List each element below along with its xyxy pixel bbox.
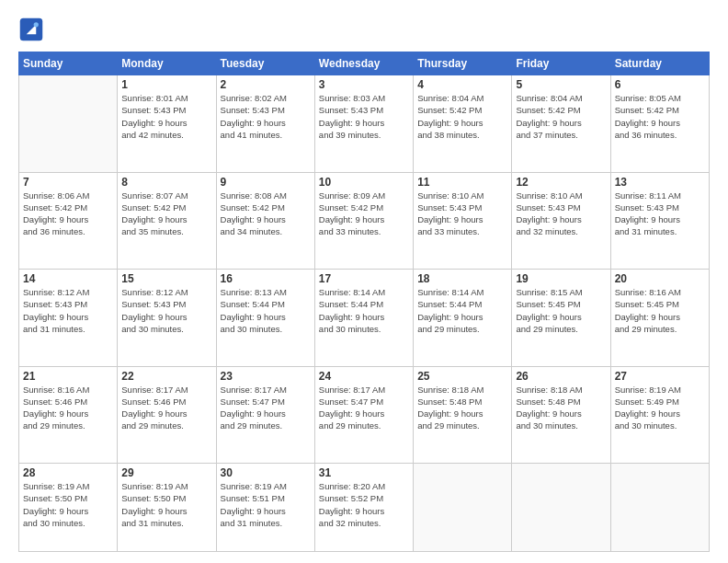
calendar-cell: 29Sunrise: 8:19 AMSunset: 5:50 PMDayligh…: [118, 464, 216, 552]
page-header: [18, 17, 710, 42]
calendar-cell: 20Sunrise: 8:16 AMSunset: 5:45 PMDayligh…: [610, 270, 709, 367]
day-number: 7: [23, 176, 113, 189]
calendar-cell: 6Sunrise: 8:05 AMSunset: 5:42 PMDaylight…: [610, 75, 709, 173]
day-number: 1: [121, 78, 211, 91]
day-info: Sunrise: 8:19 AMSunset: 5:50 PMDaylight:…: [121, 480, 211, 529]
day-number: 24: [319, 370, 409, 383]
day-info: Sunrise: 8:20 AMSunset: 5:52 PMDaylight:…: [319, 480, 409, 529]
day-info: Sunrise: 8:01 AMSunset: 5:43 PMDaylight:…: [121, 92, 211, 141]
day-number: 6: [615, 78, 705, 91]
day-number: 8: [121, 176, 211, 189]
calendar-cell: 5Sunrise: 8:04 AMSunset: 5:42 PMDaylight…: [512, 75, 610, 173]
calendar-cell: 3Sunrise: 8:03 AMSunset: 5:43 PMDaylight…: [314, 75, 413, 173]
day-number: 4: [417, 78, 507, 91]
day-number: 13: [615, 176, 705, 189]
day-number: 26: [516, 370, 606, 383]
day-info: Sunrise: 8:17 AMSunset: 5:47 PMDaylight:…: [319, 384, 409, 432]
calendar-cell: 11Sunrise: 8:10 AMSunset: 5:43 PMDayligh…: [414, 172, 512, 270]
day-info: Sunrise: 8:12 AMSunset: 5:43 PMDaylight:…: [121, 286, 211, 335]
calendar-cell: [512, 464, 610, 552]
day-number: 23: [221, 370, 311, 383]
day-info: Sunrise: 8:04 AMSunset: 5:42 PMDaylight:…: [516, 92, 606, 141]
calendar-cell: 17Sunrise: 8:14 AMSunset: 5:44 PMDayligh…: [314, 270, 413, 367]
day-info: Sunrise: 8:19 AMSunset: 5:49 PMDaylight:…: [615, 384, 705, 432]
day-info: Sunrise: 8:17 AMSunset: 5:47 PMDaylight:…: [221, 384, 311, 432]
day-number: 10: [319, 176, 409, 189]
calendar-cell: 18Sunrise: 8:14 AMSunset: 5:44 PMDayligh…: [414, 270, 512, 367]
calendar-cell: 7Sunrise: 8:06 AMSunset: 5:42 PMDaylight…: [19, 172, 118, 270]
day-number: 15: [121, 272, 211, 285]
logo-icon: [18, 17, 44, 42]
calendar-cell: 22Sunrise: 8:17 AMSunset: 5:46 PMDayligh…: [118, 366, 216, 464]
day-number: 2: [221, 78, 311, 91]
day-info: Sunrise: 8:09 AMSunset: 5:42 PMDaylight:…: [319, 190, 409, 238]
day-number: 9: [221, 176, 311, 189]
day-header-monday: Monday: [118, 52, 216, 75]
day-info: Sunrise: 8:16 AMSunset: 5:45 PMDaylight:…: [615, 286, 705, 335]
day-info: Sunrise: 8:13 AMSunset: 5:44 PMDaylight:…: [221, 286, 311, 335]
calendar-cell: 31Sunrise: 8:20 AMSunset: 5:52 PMDayligh…: [314, 464, 413, 552]
day-info: Sunrise: 8:19 AMSunset: 5:50 PMDaylight:…: [23, 480, 113, 529]
calendar-cell: 23Sunrise: 8:17 AMSunset: 5:47 PMDayligh…: [216, 366, 314, 464]
day-info: Sunrise: 8:06 AMSunset: 5:42 PMDaylight:…: [23, 190, 113, 238]
calendar-table: SundayMondayTuesdayWednesdayThursdayFrid…: [18, 52, 710, 552]
day-number: 27: [615, 370, 705, 383]
svg-point-2: [34, 22, 39, 27]
calendar-cell: 2Sunrise: 8:02 AMSunset: 5:43 PMDaylight…: [216, 75, 314, 173]
day-number: 17: [319, 272, 409, 285]
day-header-saturday: Saturday: [610, 52, 709, 75]
calendar-cell: [19, 75, 118, 173]
day-number: 5: [516, 78, 606, 91]
day-header-sunday: Sunday: [19, 52, 118, 75]
day-number: 14: [23, 272, 113, 285]
day-number: 29: [121, 466, 211, 479]
day-info: Sunrise: 8:11 AMSunset: 5:43 PMDaylight:…: [615, 190, 705, 238]
day-info: Sunrise: 8:12 AMSunset: 5:43 PMDaylight:…: [23, 286, 113, 335]
calendar-cell: 26Sunrise: 8:18 AMSunset: 5:48 PMDayligh…: [512, 366, 610, 464]
day-header-wednesday: Wednesday: [314, 52, 413, 75]
day-info: Sunrise: 8:18 AMSunset: 5:48 PMDaylight:…: [417, 384, 507, 432]
calendar-cell: 27Sunrise: 8:19 AMSunset: 5:49 PMDayligh…: [610, 366, 709, 464]
day-number: 16: [221, 272, 311, 285]
day-info: Sunrise: 8:07 AMSunset: 5:42 PMDaylight:…: [121, 190, 211, 238]
calendar-cell: 30Sunrise: 8:19 AMSunset: 5:51 PMDayligh…: [216, 464, 314, 552]
day-info: Sunrise: 8:18 AMSunset: 5:48 PMDaylight:…: [516, 384, 606, 432]
calendar-cell: 9Sunrise: 8:08 AMSunset: 5:42 PMDaylight…: [216, 172, 314, 270]
day-info: Sunrise: 8:10 AMSunset: 5:43 PMDaylight:…: [516, 190, 606, 238]
day-header-thursday: Thursday: [414, 52, 512, 75]
calendar-cell: [610, 464, 709, 552]
calendar-cell: 10Sunrise: 8:09 AMSunset: 5:42 PMDayligh…: [314, 172, 413, 270]
day-number: 21: [23, 370, 113, 383]
calendar-cell: 19Sunrise: 8:15 AMSunset: 5:45 PMDayligh…: [512, 270, 610, 367]
day-info: Sunrise: 8:14 AMSunset: 5:44 PMDaylight:…: [319, 286, 409, 335]
day-info: Sunrise: 8:04 AMSunset: 5:42 PMDaylight:…: [417, 92, 507, 141]
calendar-cell: 8Sunrise: 8:07 AMSunset: 5:42 PMDaylight…: [118, 172, 216, 270]
calendar-cell: 1Sunrise: 8:01 AMSunset: 5:43 PMDaylight…: [118, 75, 216, 173]
day-info: Sunrise: 8:16 AMSunset: 5:46 PMDaylight:…: [23, 384, 113, 432]
day-header-tuesday: Tuesday: [216, 52, 314, 75]
calendar-cell: 13Sunrise: 8:11 AMSunset: 5:43 PMDayligh…: [610, 172, 709, 270]
calendar-cell: [414, 464, 512, 552]
day-number: 19: [516, 272, 606, 285]
calendar-cell: 4Sunrise: 8:04 AMSunset: 5:42 PMDaylight…: [414, 75, 512, 173]
logo: [18, 17, 48, 42]
day-number: 30: [221, 466, 311, 479]
calendar-cell: 12Sunrise: 8:10 AMSunset: 5:43 PMDayligh…: [512, 172, 610, 270]
day-number: 22: [121, 370, 211, 383]
day-number: 11: [417, 176, 507, 189]
day-info: Sunrise: 8:14 AMSunset: 5:44 PMDaylight:…: [417, 286, 507, 335]
day-info: Sunrise: 8:03 AMSunset: 5:43 PMDaylight:…: [319, 92, 409, 141]
day-number: 18: [417, 272, 507, 285]
day-info: Sunrise: 8:05 AMSunset: 5:42 PMDaylight:…: [615, 92, 705, 141]
day-info: Sunrise: 8:17 AMSunset: 5:46 PMDaylight:…: [121, 384, 211, 432]
day-number: 31: [319, 466, 409, 479]
day-info: Sunrise: 8:02 AMSunset: 5:43 PMDaylight:…: [221, 92, 311, 141]
day-number: 12: [516, 176, 606, 189]
calendar-cell: 24Sunrise: 8:17 AMSunset: 5:47 PMDayligh…: [314, 366, 413, 464]
calendar-cell: 16Sunrise: 8:13 AMSunset: 5:44 PMDayligh…: [216, 270, 314, 367]
day-number: 28: [23, 466, 113, 479]
day-info: Sunrise: 8:19 AMSunset: 5:51 PMDaylight:…: [221, 480, 311, 529]
calendar-cell: 25Sunrise: 8:18 AMSunset: 5:48 PMDayligh…: [414, 366, 512, 464]
day-info: Sunrise: 8:08 AMSunset: 5:42 PMDaylight:…: [221, 190, 311, 238]
calendar-cell: 28Sunrise: 8:19 AMSunset: 5:50 PMDayligh…: [19, 464, 118, 552]
